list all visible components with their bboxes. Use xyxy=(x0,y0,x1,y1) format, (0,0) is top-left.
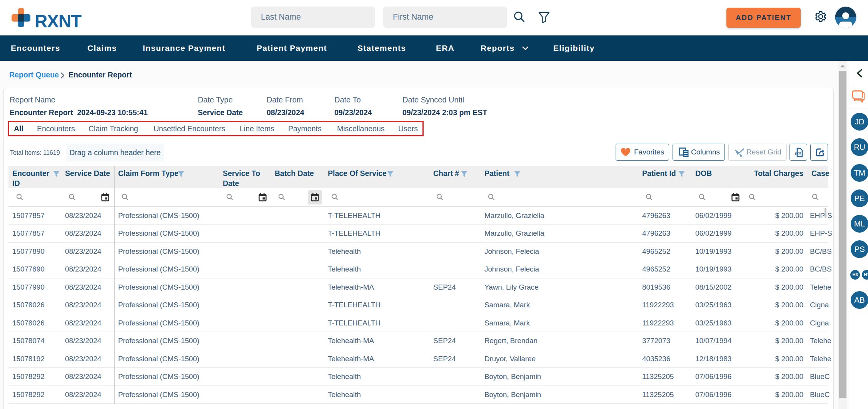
svg-text:RXNT: RXNT xyxy=(35,11,82,31)
svg-text:pdf: pdf xyxy=(795,151,801,155)
